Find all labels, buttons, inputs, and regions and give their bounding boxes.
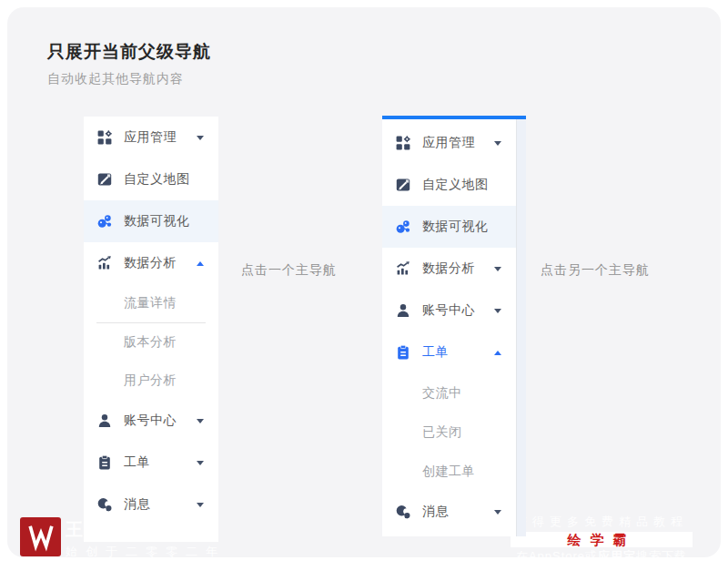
submenu-item[interactable]: 版本分析 — [84, 323, 218, 362]
page-title: 只展开当前父级导航 — [47, 40, 211, 64]
clipboard-icon — [395, 344, 411, 361]
submenu-item[interactable]: 用户分析 — [84, 362, 218, 400]
user-icon — [96, 413, 113, 429]
submenu-item-label: 已关闭 — [422, 424, 462, 441]
menu-item-apps[interactable]: 应用管理 — [382, 122, 516, 164]
chevron-up-icon — [197, 261, 204, 266]
clipboard-icon — [96, 454, 113, 471]
menu-item-clipboard[interactable]: 工单 — [382, 331, 516, 373]
chevron-down-icon — [494, 267, 501, 271]
menu-item-user[interactable]: 账号中心 — [84, 400, 218, 442]
menu-item-map[interactable]: 自定义地图 — [84, 158, 218, 200]
page-subtitle: 自动收起其他导航内容 — [47, 71, 184, 87]
brand-w-icon — [25, 522, 57, 553]
brand-logo — [20, 517, 61, 556]
menu-item-label: 数据可视化 — [124, 213, 204, 229]
menu-item-user[interactable]: 账号中心 — [382, 290, 516, 331]
menu-item-label: 应用管理 — [422, 135, 494, 151]
chevron-down-icon — [494, 141, 501, 146]
brand-name: 绘学霸 — [568, 532, 636, 547]
menu-item-label: 消息 — [422, 504, 494, 520]
menu-item-chart[interactable]: 数据分析 — [84, 242, 218, 284]
menu-item-label: 自定义地图 — [124, 171, 204, 188]
menu-item-chart[interactable]: 数据分析 — [382, 248, 516, 290]
menu-item-label: 数据分析 — [124, 255, 197, 271]
background-card: 只展开当前父级导航 自动收起其他导航内容 王 始创于二零零二年 获得更多免费精品… — [7, 7, 721, 557]
menu-item-label: 账号中心 — [422, 302, 494, 319]
menu-item-apps[interactable]: 应用管理 — [84, 117, 218, 158]
submenu-item-label: 创建工单 — [422, 464, 475, 480]
chevron-down-icon — [494, 510, 501, 515]
menu-item-label: 工单 — [422, 344, 494, 361]
menu-item-bubbles[interactable]: 数据可视化 — [382, 206, 516, 248]
caption-right: 点击另一个主导航 — [541, 262, 650, 279]
menu-item-label: 自定义地图 — [422, 177, 501, 193]
watermark-right-line3: 在AppStore或应用宝搜索下载 — [511, 548, 693, 565]
message-icon — [395, 504, 411, 520]
submenu-item-label: 交流中 — [422, 385, 462, 402]
nav-menu-right-list: 应用管理自定义地图数据可视化数据分析账号中心工单交流中已关闭创建工单消息 — [382, 119, 516, 536]
menu-item-message[interactable]: 消息 — [382, 491, 516, 533]
menu-item-label: 工单 — [124, 454, 197, 471]
chevron-down-icon — [197, 461, 204, 465]
chevron-down-icon — [197, 503, 204, 507]
menu-item-label: 消息 — [124, 496, 197, 513]
menu-item-label: 数据可视化 — [422, 219, 501, 235]
menu-item-map[interactable]: 自定义地图 — [382, 164, 516, 206]
watermark-right: 获得更多免费精品教程 绘学霸 在AppStore或应用宝搜索下载 — [511, 514, 693, 565]
bubbles-icon — [96, 213, 113, 229]
chevron-down-icon — [197, 419, 204, 423]
menu-scroll-gutter[interactable] — [516, 119, 526, 536]
submenu-item[interactable]: 流量详情 — [84, 284, 218, 322]
menu-item-label: 数据分析 — [422, 260, 494, 277]
apps-icon — [395, 135, 411, 151]
chart-icon — [96, 255, 113, 271]
bubbles-icon — [395, 219, 411, 235]
user-icon — [395, 302, 411, 319]
nav-menu-expanded-example: 应用管理自定义地图数据可视化数据分析账号中心工单交流中已关闭创建工单消息 — [382, 116, 526, 536]
watermark-right-line1: 获得更多免费精品教程 — [511, 514, 693, 530]
submenu-item[interactable]: 创建工单 — [382, 452, 516, 491]
chevron-down-icon — [197, 136, 204, 140]
chevron-up-icon — [494, 351, 501, 355]
message-icon — [96, 496, 113, 513]
watermark-left-line2: 始创于二零零二年 — [66, 544, 226, 560]
submenu-item-label: 版本分析 — [124, 334, 177, 351]
menu-item-label: 账号中心 — [124, 413, 197, 429]
menu-item-label: 应用管理 — [124, 129, 197, 146]
submenu-item[interactable]: 交流中 — [382, 373, 516, 413]
menu-item-bubbles[interactable]: 数据可视化 — [84, 200, 218, 242]
caption-left: 点击一个主导航 — [241, 262, 337, 279]
menu-item-message[interactable]: 消息 — [84, 484, 218, 525]
map-icon — [395, 177, 411, 193]
nav-menu-collapsed-example: 应用管理自定义地图数据可视化数据分析流量详情版本分析用户分析账号中心工单消息 — [84, 117, 218, 542]
apps-icon — [96, 129, 113, 146]
menu-item-clipboard[interactable]: 工单 — [84, 442, 218, 484]
submenu-item-label: 用户分析 — [124, 372, 177, 389]
map-icon — [96, 171, 113, 188]
watermark-brand-band: 绘学霸 — [511, 532, 693, 547]
submenu-item-label: 流量详情 — [124, 295, 177, 311]
chevron-down-icon — [494, 309, 501, 313]
chart-icon — [395, 260, 411, 277]
submenu-item[interactable]: 已关闭 — [382, 413, 516, 452]
